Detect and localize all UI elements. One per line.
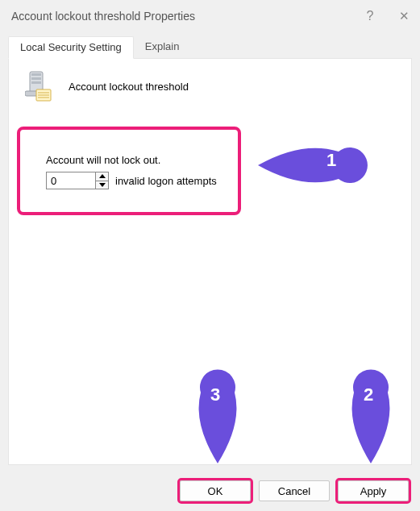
tab-local-security-setting[interactable]: Local Security Setting xyxy=(8,36,134,59)
tab-explain[interactable]: Explain xyxy=(134,36,191,59)
apply-button[interactable]: Apply xyxy=(338,480,409,501)
titlebar: Account lockout threshold Properties ? ✕ xyxy=(0,0,420,32)
threshold-spinner[interactable] xyxy=(46,172,109,189)
svg-marker-10 xyxy=(99,183,106,187)
spinner-down-button[interactable] xyxy=(96,181,108,189)
policy-title: Account lockout threshold xyxy=(69,81,189,93)
ok-button[interactable]: OK xyxy=(180,480,251,501)
properties-dialog: Account lockout threshold Properties ? ✕… xyxy=(0,0,420,511)
cancel-button[interactable]: Cancel xyxy=(259,480,330,501)
titlebar-title: Account lockout threshold Properties xyxy=(11,10,360,23)
server-policy-icon xyxy=(25,70,54,102)
svg-rect-3 xyxy=(31,81,41,84)
titlebar-controls: ? ✕ xyxy=(360,9,414,23)
spinner-up-button[interactable] xyxy=(96,172,108,181)
close-icon[interactable]: ✕ xyxy=(394,9,414,23)
annotation-highlight-box: Account will not lock out. invalid logon… xyxy=(17,127,241,215)
tab-panel: Account lockout threshold Account will n… xyxy=(8,59,412,465)
svg-rect-1 xyxy=(31,73,41,76)
svg-marker-9 xyxy=(99,174,106,178)
svg-rect-2 xyxy=(31,77,41,80)
threshold-input[interactable] xyxy=(47,172,95,189)
tab-strip: Local Security Setting Explain xyxy=(8,35,412,59)
policy-header: Account lockout threshold xyxy=(25,70,398,102)
dialog-button-row: OK Cancel Apply xyxy=(180,480,409,501)
threshold-row: invalid logon attempts xyxy=(46,172,220,189)
help-icon[interactable]: ? xyxy=(360,9,380,23)
threshold-suffix-label: invalid logon attempts xyxy=(115,175,217,187)
no-lockout-label: Account will not lock out. xyxy=(46,154,220,166)
spinner-buttons xyxy=(95,172,108,189)
